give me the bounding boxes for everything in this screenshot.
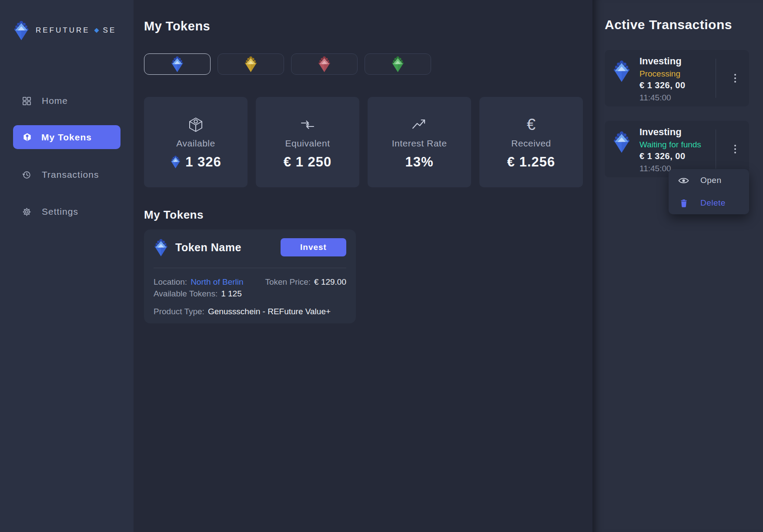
menu-item-open[interactable]: Open [669, 169, 749, 192]
history-icon [22, 170, 31, 180]
stat-value: 1 326 [170, 154, 221, 170]
sidebar-item-label: My Tokens [41, 132, 92, 143]
divider [716, 130, 716, 169]
transaction-status: Waiting for funds [639, 140, 701, 150]
page-title: My Tokens [144, 19, 210, 33]
transaction-amount: € 1 326, 00 [639, 151, 701, 161]
available-tokens-value: 1 125 [221, 289, 242, 298]
blue-gem-icon [170, 155, 181, 169]
sidebar-item-settings[interactable]: Settings [0, 203, 134, 220]
stat-value: € 1.256 [507, 154, 555, 170]
main-content: My Tokens Available 1 [134, 0, 592, 532]
blue-gem-icon [154, 238, 168, 257]
price-value: € 129.00 [314, 277, 346, 286]
blue-gem-icon [612, 60, 631, 83]
invest-button[interactable]: Invest [281, 238, 346, 256]
stats-row: Available 1 326 Equivalent € 1 250 [144, 97, 583, 187]
stat-label: Interest Rate [392, 138, 447, 149]
red-gem-icon [318, 56, 331, 73]
stat-label: Equivalent [285, 138, 330, 149]
available-tokens-label: Available Tokens: [154, 289, 218, 298]
divider [154, 268, 346, 268]
brand-diamond-icon [94, 28, 99, 33]
sidebar-item-label: Home [42, 96, 68, 106]
trash-icon [678, 199, 689, 207]
location-link[interactable]: North of Berlin [191, 277, 243, 286]
token-tab-red[interactable] [291, 53, 358, 75]
active-transactions-panel: Active Transactions Investing Processing… [592, 0, 763, 532]
stat-label: Available [176, 138, 215, 149]
token-tab-blue[interactable] [144, 53, 211, 75]
stat-card-equivalent: Equivalent € 1 250 [256, 97, 359, 187]
token-tab-green[interactable] [365, 53, 431, 75]
brand-name-left: REFUTURE [36, 26, 90, 35]
trend-up-icon [411, 115, 428, 135]
transaction-amount: € 1 326, 00 [639, 80, 686, 90]
menu-item-delete[interactable]: Delete [669, 192, 749, 214]
product-type-value: Genussschein - REFuture Value+ [208, 307, 331, 316]
token-card: Token Name Invest Location:North of Berl… [144, 229, 356, 323]
token-tab-gold[interactable] [218, 53, 284, 75]
sidebar-item-label: Settings [42, 206, 78, 217]
divider [716, 59, 716, 98]
transaction-time: 11:45:00 [639, 93, 686, 103]
gear-icon [22, 207, 31, 216]
stat-card-interest-rate: Interest Rate 13% [368, 97, 471, 187]
panel-title: Active Transactions [605, 17, 732, 32]
eye-icon [678, 177, 689, 184]
euro-icon: € [527, 115, 535, 135]
stat-card-available: Available 1 326 [144, 97, 248, 187]
location-label: Location: [154, 277, 187, 286]
brand-logo: REFUTURE SE [13, 20, 116, 41]
context-menu: Open Delete [669, 169, 749, 214]
kebab-menu-icon[interactable] [733, 143, 738, 155]
gold-gem-icon [244, 56, 258, 73]
token-selector [144, 53, 431, 75]
price-label: Token Price: [265, 277, 311, 286]
package-icon [187, 115, 204, 135]
blue-gem-icon [171, 56, 184, 73]
sidebar: REFUTURE SE Home My Tokens [0, 0, 134, 532]
kebab-menu-icon[interactable] [733, 72, 738, 84]
stat-value: 13% [405, 154, 433, 170]
transaction-name: Investing [639, 56, 686, 67]
stat-value: € 1 250 [284, 154, 331, 170]
blue-gem-icon [612, 130, 631, 153]
transaction-name: Investing [639, 126, 701, 138]
token-name: Token Name [175, 241, 241, 254]
sidebar-item-home[interactable]: Home [0, 92, 134, 110]
transaction-status: Processing [639, 69, 686, 79]
swap-arrows-icon [299, 115, 316, 135]
section-title-my-tokens: My Tokens [144, 208, 204, 222]
brand-name-right: SE [103, 26, 117, 35]
sidebar-item-transactions[interactable]: Transactions [0, 166, 134, 183]
token-icon [23, 133, 32, 142]
stat-label: Received [511, 138, 551, 149]
transaction-card[interactable]: Investing Processing € 1 326, 00 11:45:0… [605, 50, 749, 106]
product-type-label: Product Type: [154, 307, 204, 316]
brand-gem-icon [13, 20, 30, 41]
sidebar-item-label: Transactions [42, 170, 99, 180]
grid-icon [22, 96, 31, 106]
stat-card-received: € Received € 1.256 [479, 97, 583, 187]
sidebar-item-my-tokens[interactable]: My Tokens [13, 125, 120, 149]
green-gem-icon [391, 56, 405, 73]
